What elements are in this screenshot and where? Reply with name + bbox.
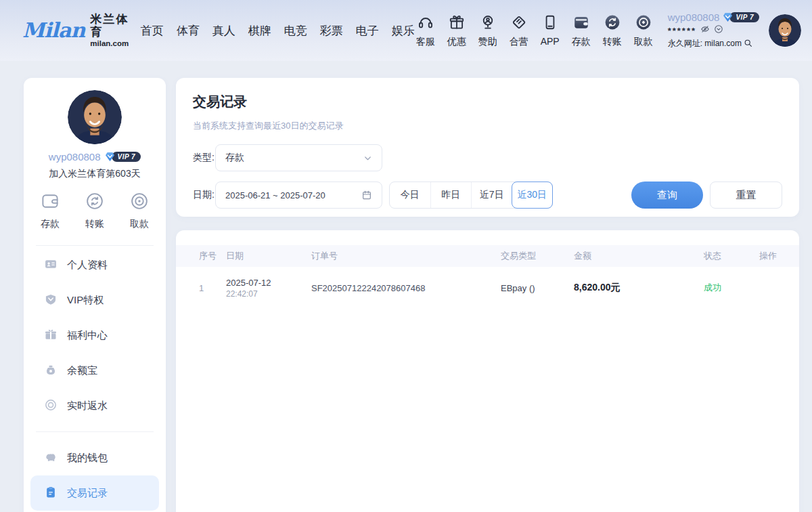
headset-icon (417, 14, 434, 34)
app-button[interactable]: APP (539, 14, 561, 47)
nav-item-slots[interactable]: 电子 (356, 23, 379, 39)
sidebar-avatar[interactable] (68, 90, 122, 144)
nav-item-cards[interactable]: 棋牌 (248, 23, 271, 39)
col-order: 订单号 (311, 250, 501, 262)
sidebar-divider-2 (36, 431, 154, 432)
date-range-value: 2025-06-21 ~ 2025-07-20 (225, 190, 325, 200)
sidebar-menu: 个人资料 VIP特权 福利中心 (24, 247, 166, 423)
type-label: 类型: (193, 152, 215, 164)
rebate-coin-icon (44, 398, 58, 414)
calendar-icon (361, 190, 372, 200)
withdraw-label: 取款 (634, 36, 653, 48)
id-card-icon (44, 257, 58, 273)
type-select[interactable]: 存款 (215, 144, 382, 171)
sidebar-username-text: wyp080808 (49, 151, 101, 163)
quick-transfer-button[interactable]: 转账 (85, 191, 105, 230)
sidebar-item-profile[interactable]: 个人资料 (24, 247, 166, 282)
date-range-input[interactable]: 2025-06-21 ~ 2025-07-20 (215, 182, 382, 209)
range-today-button[interactable]: 今日 (390, 182, 430, 208)
sidebar-item-rebate[interactable]: 实时返水 (24, 388, 166, 423)
col-date: 日期 (226, 250, 311, 262)
deposit-button[interactable]: 存款 (570, 14, 592, 48)
brand-logo[interactable]: Milan 米兰体育 milan.com (22, 13, 129, 48)
sidebar-quick-actions: 存款 转账 取款 (24, 191, 166, 230)
nav-item-live[interactable]: 真人 (212, 23, 235, 39)
query-button[interactable]: 查询 (631, 182, 703, 209)
magnifier-icon[interactable] (744, 39, 752, 49)
date-filter-row: 日期: 2025-06-21 ~ 2025-07-20 今日 昨日 近7日 近3… (193, 182, 782, 209)
sidebar-vip-badge: VIP 7 (104, 151, 141, 163)
membership-days-text: 加入米兰体育第603天 (49, 168, 140, 180)
chevron-circle-icon[interactable] (714, 24, 723, 37)
row-amount: 8,620.00元 (574, 282, 704, 294)
page-root: Milan 米兰体育 milan.com 首页 体育 真人 棋牌 电竞 彩票 电… (0, 0, 812, 512)
vip-badge: VIP 7 (722, 12, 759, 23)
range-yesterday-button[interactable]: 昨日 (430, 182, 472, 208)
sidebar-item-vip-label: VIP特权 (67, 294, 104, 307)
quick-transfer-label: 转账 (85, 218, 104, 230)
service-button[interactable]: 客服 (415, 14, 436, 48)
sidebar-item-rebate-label: 实时返水 (67, 400, 108, 412)
service-label: 客服 (416, 36, 435, 48)
type-filter-row: 类型: 存款 (193, 144, 782, 171)
logo-script-text: Milan (22, 20, 85, 41)
col-amount: 金额 (574, 250, 704, 262)
nav-item-lottery[interactable]: 彩票 (320, 23, 343, 39)
page-title: 交易记录 (193, 93, 799, 111)
range-30days-button[interactable]: 近30日 (512, 182, 554, 209)
sidebar-item-yuebao-label: 余额宝 (67, 364, 97, 377)
eye-off-icon[interactable] (700, 24, 710, 37)
gift-box-icon (44, 328, 58, 343)
sidebar-vip-level-text: VIP 7 (112, 152, 141, 162)
vip-shield-icon (44, 293, 58, 308)
nav-item-sports[interactable]: 体育 (177, 23, 200, 39)
row-date-time: 22:42:07 (226, 289, 311, 299)
transactions-table-card: 序号 日期 订单号 交易类型 金额 状态 操作 1 2025-07-12 22:… (176, 230, 799, 512)
sidebar-item-vip[interactable]: VIP特权 (24, 282, 166, 318)
partner-button[interactable]: 合营 (508, 14, 530, 48)
user-info-block: wyp080808 VIP 7 ****** (668, 12, 759, 49)
sponsor-label: 赞助 (478, 36, 497, 48)
sidebar-item-yuebao[interactable]: 余额宝 (24, 353, 166, 388)
reset-button[interactable]: 重置 (710, 182, 782, 209)
sponsor-button[interactable]: 赞助 (477, 14, 499, 48)
nav-item-esports[interactable]: 电竞 (284, 23, 307, 39)
sidebar-item-benefits[interactable]: 福利中心 (24, 318, 166, 353)
user-avatar[interactable] (769, 14, 801, 47)
gift-icon (448, 14, 466, 34)
withdraw-button[interactable]: 取款 (633, 14, 654, 48)
masked-balance-text: ****** (668, 26, 696, 36)
quick-withdraw-label: 取款 (130, 218, 149, 230)
col-type: 交易类型 (501, 250, 574, 262)
range-7days-button[interactable]: 近7日 (471, 182, 512, 208)
sidebar-item-wallet[interactable]: 我的钱包 (24, 440, 166, 475)
wallet-outline-icon (40, 191, 60, 213)
page-subtitle: 当前系统支持查询最近30日的交易记录 (193, 120, 799, 132)
withdraw-outline-icon (129, 191, 150, 213)
logo-domain-text: milan.com (90, 39, 129, 48)
quick-withdraw-button[interactable]: 取款 (129, 191, 150, 230)
date-label: 日期: (193, 189, 215, 201)
quick-deposit-button[interactable]: 存款 (40, 191, 60, 230)
quick-deposit-label: 存款 (41, 218, 60, 230)
deposit-label: 存款 (572, 36, 591, 48)
withdraw-icon (635, 14, 652, 34)
promo-button[interactable]: 优惠 (446, 14, 468, 48)
nav-item-home[interactable]: 首页 (141, 23, 164, 39)
sidebar-item-benefits-label: 福利中心 (67, 329, 108, 342)
deposit-icon (572, 14, 590, 34)
col-index: 序号 (199, 250, 226, 262)
row-date: 2025-07-12 22:42:07 (226, 278, 311, 299)
transfer-label: 转账 (603, 36, 622, 48)
permanent-url-text: 永久网址: milan.com (668, 38, 742, 49)
sidebar-item-transactions[interactable]: 交易记录 (30, 475, 159, 511)
sidebar-menu-wallet: 我的钱包 交易记录 (24, 440, 166, 511)
date-quick-range-group: 今日 昨日 近7日 近30日 (389, 182, 553, 209)
nav-item-entertainment[interactable]: 娱乐 (392, 23, 415, 39)
transfer-button[interactable]: 转账 (602, 14, 623, 48)
row-order-number: SF202507122242078607468 (311, 283, 501, 293)
partner-icon (510, 14, 528, 34)
sidebar-item-wallet-label: 我的钱包 (67, 452, 108, 465)
vip-level-text: VIP 7 (729, 12, 759, 22)
transfer-outline-icon (85, 191, 105, 213)
